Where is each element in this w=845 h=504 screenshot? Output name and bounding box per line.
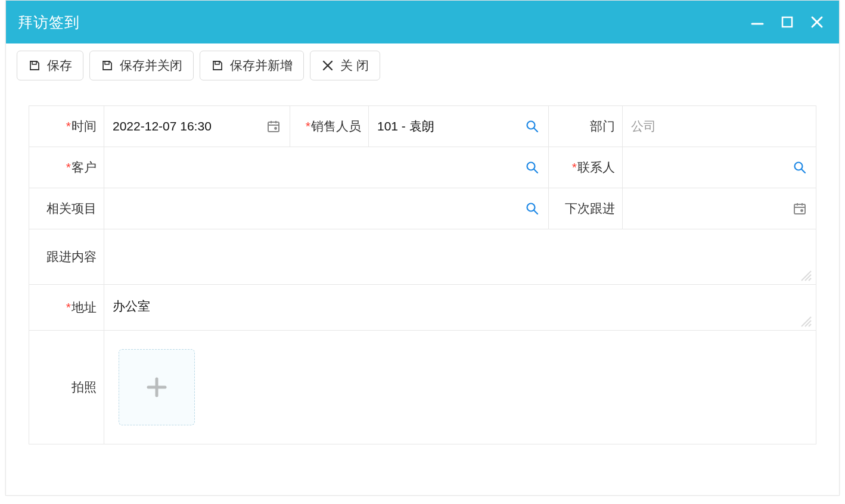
- visit-checkin-window: 拜访签到 保存 保存并关闭: [5, 0, 840, 496]
- svg-point-26: [800, 209, 803, 212]
- save-new-button[interactable]: 保存并新增: [200, 51, 304, 80]
- field-salesperson: [369, 106, 549, 147]
- svg-line-19: [801, 169, 805, 173]
- svg-line-21: [534, 210, 538, 214]
- form-row-2: 客户 联系人: [29, 147, 816, 188]
- label-photo: 拍照: [29, 331, 104, 444]
- customer-input[interactable]: [113, 160, 540, 175]
- save-button-label: 保存: [47, 57, 72, 74]
- label-department: 部门: [549, 106, 623, 147]
- address-input[interactable]: [113, 285, 807, 330]
- save-close-button-label: 保存并关闭: [120, 57, 182, 74]
- plus-icon: [145, 375, 169, 399]
- department-input[interactable]: [631, 119, 807, 133]
- close-icon: [321, 59, 334, 72]
- window-title: 拜访签到: [18, 13, 80, 32]
- follow-content-input[interactable]: [113, 229, 807, 284]
- salesperson-input[interactable]: [377, 119, 540, 133]
- label-salesperson: 销售人员: [290, 106, 369, 147]
- svg-rect-4: [32, 61, 36, 64]
- label-time: 时间: [29, 106, 104, 147]
- save-close-button[interactable]: 保存并关闭: [89, 51, 194, 80]
- label-customer: 客户: [29, 147, 104, 188]
- time-input[interactable]: [113, 119, 281, 133]
- calendar-icon[interactable]: [266, 119, 281, 134]
- titlebar: 拜访签到: [6, 1, 839, 43]
- save-new-button-label: 保存并新增: [230, 57, 293, 74]
- field-follow-content: [104, 229, 816, 284]
- field-photo: [104, 331, 816, 444]
- close-button[interactable]: 关 闭: [310, 51, 380, 80]
- contact-input[interactable]: [631, 160, 807, 175]
- svg-rect-5: [105, 61, 109, 64]
- svg-line-17: [534, 169, 538, 173]
- save-button[interactable]: 保存: [17, 51, 83, 80]
- field-project: [104, 188, 549, 229]
- svg-rect-1: [782, 17, 792, 27]
- label-project: 相关项目: [29, 188, 104, 229]
- add-photo-button[interactable]: [119, 349, 195, 425]
- svg-line-32: [809, 324, 811, 326]
- search-icon[interactable]: [524, 119, 540, 134]
- form-row-3: 相关项目 下次跟进: [29, 188, 816, 229]
- save-icon: [28, 59, 41, 72]
- svg-rect-9: [268, 122, 279, 132]
- field-time: [104, 106, 290, 147]
- label-follow-content: 跟进内容: [29, 229, 104, 284]
- window-controls: [750, 14, 825, 30]
- search-icon[interactable]: [524, 160, 540, 175]
- next-follow-input[interactable]: [631, 201, 807, 216]
- svg-rect-6: [215, 61, 219, 64]
- calendar-icon[interactable]: [792, 201, 807, 216]
- toolbar: 保存 保存并关闭 保存并新增 关 闭: [6, 43, 839, 88]
- svg-line-15: [534, 128, 538, 132]
- form-row-6: 拍照: [29, 331, 816, 444]
- minimize-button[interactable]: [750, 14, 765, 30]
- form-table: 时间 销售人员 部门: [29, 105, 816, 444]
- close-window-button[interactable]: [809, 14, 825, 30]
- label-address: 地址: [29, 285, 104, 330]
- field-contact: [623, 147, 816, 188]
- form-row-4: 跟进内容: [29, 229, 816, 285]
- save-icon: [211, 59, 224, 72]
- search-icon[interactable]: [524, 201, 540, 216]
- label-next-follow: 下次跟进: [549, 188, 623, 229]
- maximize-button[interactable]: [779, 14, 795, 30]
- label-contact: 联系人: [549, 147, 623, 188]
- svg-point-13: [274, 127, 277, 130]
- field-address: [104, 285, 816, 330]
- search-icon[interactable]: [792, 160, 807, 175]
- form-row-1: 时间 销售人员 部门: [29, 106, 816, 147]
- field-customer: [104, 147, 549, 188]
- svg-rect-22: [794, 204, 805, 214]
- field-department: [623, 106, 816, 147]
- form-area: 时间 销售人员 部门: [6, 88, 839, 462]
- field-next-follow: [623, 188, 816, 229]
- project-input[interactable]: [113, 201, 540, 216]
- form-row-5: 地址: [29, 285, 816, 331]
- svg-line-29: [809, 278, 811, 281]
- save-icon: [101, 59, 114, 72]
- close-button-label: 关 闭: [340, 57, 369, 74]
